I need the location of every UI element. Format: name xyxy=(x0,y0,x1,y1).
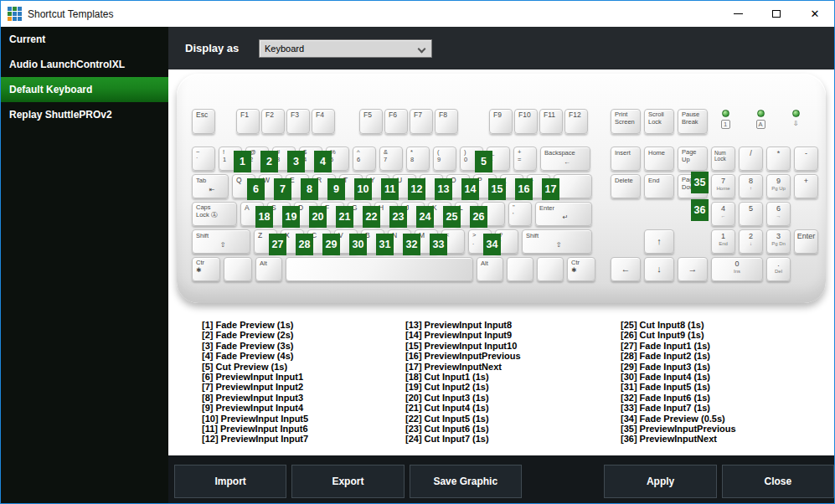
display-as-dropdown[interactable]: Keyboard xyxy=(259,39,432,58)
key-numpad-divide: / xyxy=(739,147,763,171)
shortcut-number-badge: 4 xyxy=(314,151,332,172)
key-numpad-enter: Enter xyxy=(794,229,818,254)
sidebar-item-replay-shuttleprov2[interactable]: Replay ShuttlePROv2 xyxy=(1,102,168,127)
keyboard-row: ~`!11@22#33$44%5^6&7*8(9)05_-+=Backspace… xyxy=(192,147,595,171)
shortcut-entry: [30] Fade Input4 (1s) xyxy=(621,372,824,382)
keyboard-row: CapsLock ⒶA18S19D20F21G22H23J24K25L26:;"… xyxy=(192,202,595,226)
key-0: )05 xyxy=(460,147,483,171)
led-symbol-icon: A xyxy=(756,120,765,129)
shortcut-entry: [9] PreviewInput Input4 xyxy=(202,403,405,413)
shortcut-entry: [25] Cut Input8 (1s) xyxy=(621,320,824,330)
shortcut-entry: [2] Fade Preview (2s) xyxy=(202,330,405,340)
key-page-up: PageUp35 xyxy=(678,147,708,171)
shortcut-number-badge: 33 xyxy=(430,234,447,255)
maximize-button[interactable] xyxy=(757,1,796,27)
shortcut-number-badge: 22 xyxy=(363,206,380,228)
function-key-row: Esc F1F2F3F4 F5F6F7F8 F9F10F11F12 PrintS… xyxy=(192,109,819,134)
save-graphic-button[interactable]: Save Graphic xyxy=(410,465,522,498)
key-numpad-2: 2↓ xyxy=(739,229,763,254)
shortcut-number-badge: 1 xyxy=(234,151,251,172)
shortcut-entry: [10] PreviewInput Input5 xyxy=(202,414,405,424)
shortcut-entry: [3] Fade Preview (3s) xyxy=(202,341,405,351)
key-blank-2 xyxy=(537,257,564,281)
shortcut-entry: [35] PreviewInputPrevious xyxy=(621,424,824,434)
key-f2: F2 xyxy=(261,109,285,134)
shortcut-number-badge: 26 xyxy=(470,206,487,228)
key-f11: F11 xyxy=(539,109,563,134)
shortcut-entry: [17] PreviewInputNext xyxy=(405,362,621,372)
keyboard-row: Tab⇤Q6W7E8R9T10Y11U12I13O14P15{[16}]17 xyxy=(192,174,595,198)
window-title: Shortcut Templates xyxy=(28,8,114,20)
logo-square xyxy=(18,7,22,11)
shortcut-number-badge: 25 xyxy=(443,206,461,228)
close-button[interactable]: Close xyxy=(722,465,834,498)
shortcut-number-badge: 5 xyxy=(475,151,492,172)
shortcut-entry: [28] Fade Input2 (1s) xyxy=(621,351,824,361)
shortcut-number-badge: 36 xyxy=(691,199,709,221)
key-numpad-1: 1End xyxy=(711,229,735,254)
title-bar: Shortcut Templates ✕ xyxy=(1,1,834,27)
shortcut-entry: [16] PreviewInputPrevious xyxy=(405,351,621,361)
close-button[interactable]: ✕ xyxy=(796,1,834,27)
export-button[interactable]: Export xyxy=(291,465,404,498)
key-period: >.34 xyxy=(468,229,492,254)
key-numpad-8: 8↑ xyxy=(739,174,763,198)
shortcut-entry: [7] PreviewInput Input2 xyxy=(202,382,405,392)
shortcut-entry: [11] PreviewInput Input6 xyxy=(202,424,405,434)
shortcut-number-badge: 18 xyxy=(255,206,273,228)
close-icon: ✕ xyxy=(811,8,820,19)
shortcut-number-badge: 14 xyxy=(461,178,479,200)
maximize-icon xyxy=(772,10,781,18)
sidebar-item-audio-launchcontrolxl[interactable]: Audio LaunchControlXL xyxy=(1,52,168,77)
keyboard-nav-cluster: InsertHomePageUp35DeleteEndPageDown36 xyxy=(611,147,708,198)
shortcut-number-badge: 21 xyxy=(336,206,353,228)
key-shift-right: Shift⇧ xyxy=(522,229,592,254)
key-f4: F4 xyxy=(312,109,335,134)
shortcut-number-badge: 23 xyxy=(389,206,407,228)
key-alt-right: Alt xyxy=(477,257,503,281)
key-1: !11 xyxy=(219,147,242,171)
shortcut-entry: [4] Fade Preview (4s) xyxy=(202,351,405,361)
led-symbol-icon: ⇩ xyxy=(793,120,799,127)
keyboard-numpad: NumLock/*-7Home8↑9Pg Up+4←56→1End2↓3Pg D… xyxy=(711,147,818,281)
key-numpad-add: + xyxy=(794,174,818,198)
shortcut-column: [1] Fade Preview (1s)[2] Fade Preview (2… xyxy=(202,320,405,445)
shortcut-entry: [21] Cut Input4 (1s) xyxy=(405,403,621,413)
shortcut-entry: [5] Cut Preview (1s) xyxy=(202,362,405,372)
key-f9: F9 xyxy=(489,109,513,134)
keyboard-row: Shift⇧Z27X28C29V30B31N32M33<,>.34?/Shift… xyxy=(192,229,595,254)
led-dot-icon xyxy=(792,110,800,117)
key-arrow-up: ↑ xyxy=(644,229,674,254)
scroll-lock-led: ⇩ xyxy=(787,110,804,129)
app-logo-icon xyxy=(8,7,22,21)
shortcut-number-badge: 31 xyxy=(376,234,394,255)
sidebar-item-default-keyboard[interactable]: Default Keyboard xyxy=(1,77,168,102)
key-arrow-down: ↓ xyxy=(644,257,674,281)
shortcut-number-badge: 13 xyxy=(435,178,452,200)
key-print-screen: PrintScreen xyxy=(611,109,641,134)
minimize-button[interactable] xyxy=(719,1,757,27)
shortcut-number-badge: 17 xyxy=(542,178,559,200)
shortcut-entry: [23] Cut Input6 (1s) xyxy=(405,424,621,434)
shortcut-entry: [27] Fade Input1 (1s) xyxy=(621,341,824,351)
shortcut-number-badge: 11 xyxy=(381,178,399,200)
key-caps-lock: CapsLock Ⓐ xyxy=(192,202,237,226)
key-numpad-6: 6→ xyxy=(766,202,791,226)
shortcut-entry: [8] PreviewInput Input3 xyxy=(202,393,405,403)
shortcut-number-badge: 6 xyxy=(247,178,265,200)
key-space xyxy=(286,257,473,281)
sidebar-item-current[interactable]: Current xyxy=(1,27,168,52)
key-home: Home xyxy=(644,147,674,171)
key-scroll-lock: ScrollLock xyxy=(644,109,674,134)
shortcut-entry: [29] Fade Input3 (1s) xyxy=(621,362,824,372)
shortcut-number-badge: 15 xyxy=(488,178,506,200)
import-button[interactable]: Import xyxy=(174,465,286,498)
shortcut-entry: [18] Cut Input1 (1s) xyxy=(405,372,621,382)
shortcut-entry: [6] PreviewInput Input1 xyxy=(202,372,405,382)
apply-button[interactable]: Apply xyxy=(604,465,716,498)
shortcut-number-badge: 34 xyxy=(483,234,501,255)
key-8: *8 xyxy=(406,147,430,171)
keyboard-graphic: Esc F1F2F3F4 F5F6F7F8 F9F10F11F12 PrintS… xyxy=(177,74,826,303)
led-symbol-icon: 1 xyxy=(721,120,730,129)
shortcut-entry: [32] Fade Input6 (1s) xyxy=(621,393,824,403)
